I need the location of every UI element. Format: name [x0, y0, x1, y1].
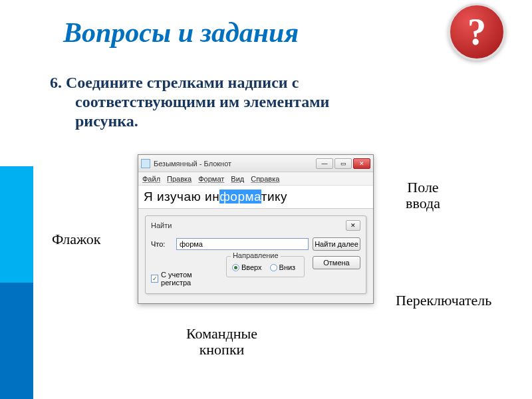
- notepad-title: Безымянный - Блокнот: [154, 160, 316, 168]
- find-dialog-title: Найти: [151, 221, 346, 229]
- task-number: 6.: [50, 74, 66, 91]
- find-next-button[interactable]: Найти далее: [313, 237, 360, 251]
- direction-fieldset: Направление Вверх Вниз: [226, 256, 305, 277]
- case-sensitive-label: С учетом регистра: [161, 271, 218, 287]
- text-highlighted: форма: [219, 190, 261, 203]
- label-command-buttons: Командные кнопки: [186, 326, 257, 358]
- label-input-field: Поле ввода: [406, 180, 440, 211]
- task-line2: соответствующими им элементами: [75, 93, 329, 110]
- radio-up[interactable]: Вверх: [232, 263, 262, 271]
- text-after: тику: [261, 190, 287, 203]
- menu-view[interactable]: Вид: [231, 175, 244, 183]
- menu-file[interactable]: Файл: [142, 175, 160, 183]
- label-input-field-l2: ввода: [406, 195, 440, 211]
- sidebar-accent-top: [0, 166, 33, 283]
- notepad-window: Безымянный - Блокнот — ▭ ✕ Файл Правка Ф…: [138, 154, 374, 304]
- label-checkbox: Флажок: [52, 231, 100, 247]
- question-mark-icon: ?: [467, 11, 486, 53]
- find-what-label: Что:: [151, 240, 172, 248]
- find-close-icon: ✕: [350, 222, 356, 229]
- notepad-app-icon: [141, 159, 150, 168]
- case-sensitive-checkbox[interactable]: ✓ С учетом регистра: [151, 271, 218, 287]
- notepad-text-area[interactable]: Я изучаю информатику: [138, 186, 373, 209]
- notepad-titlebar[interactable]: Безымянный - Блокнот — ▭ ✕: [138, 155, 373, 172]
- menu-edit[interactable]: Правка: [167, 175, 192, 183]
- radio-down-icon: [270, 264, 277, 271]
- task-text: 6. Соедините стрелками надписи с соответ…: [50, 73, 462, 130]
- notepad-menubar: Файл Правка Формат Вид Справка: [138, 172, 373, 186]
- find-close-button[interactable]: ✕: [346, 220, 360, 231]
- maximize-button[interactable]: ▭: [334, 158, 352, 169]
- question-badge: ?: [448, 3, 505, 61]
- maximize-icon: ▭: [340, 160, 346, 167]
- text-before: Я изучаю ин: [144, 190, 219, 203]
- checkbox-icon: ✓: [151, 275, 158, 283]
- direction-legend: Направление: [231, 251, 281, 259]
- close-window-button[interactable]: ✕: [353, 158, 370, 169]
- task-line1: Соедините стрелками надписи с: [66, 74, 299, 91]
- label-radio: Переключатель: [396, 293, 491, 309]
- minimize-icon: —: [322, 160, 328, 167]
- radio-up-icon: [232, 264, 239, 271]
- close-icon: ✕: [359, 160, 364, 167]
- sidebar-accent-bottom: [0, 283, 33, 399]
- page-title: Вопросы и задания: [63, 17, 299, 49]
- minimize-button[interactable]: —: [316, 158, 333, 169]
- task-line3: рисунка.: [75, 112, 138, 130]
- radio-down[interactable]: Вниз: [270, 263, 296, 271]
- label-cmd-l2: кнопки: [200, 341, 245, 358]
- find-what-input[interactable]: [176, 238, 309, 250]
- menu-help[interactable]: Справка: [251, 175, 279, 183]
- cancel-button[interactable]: Отмена: [313, 256, 360, 269]
- sidebar-accent: [0, 166, 33, 399]
- radio-up-label: Вверх: [241, 263, 262, 271]
- label-cmd-l1: Командные: [186, 325, 257, 342]
- find-dialog: Найти ✕ Что: Найти далее ✓ С учетом реги…: [145, 215, 366, 294]
- radio-down-label: Вниз: [279, 263, 296, 271]
- label-input-field-l1: Поле: [407, 179, 438, 196]
- menu-format[interactable]: Формат: [198, 175, 224, 183]
